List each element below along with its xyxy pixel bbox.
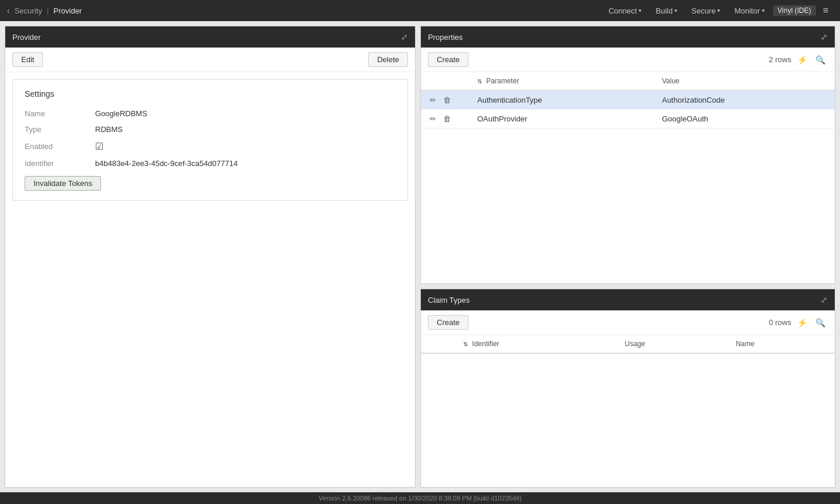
name-value: GoogleRDBMS bbox=[95, 109, 147, 118]
claim-types-rows-count: 0 rows bbox=[769, 318, 791, 327]
monitor-caret: ▾ bbox=[762, 8, 765, 13]
settings-section: Settings Name GoogleRDBMS Type RDBMS Ena… bbox=[12, 79, 408, 201]
name-label: Name bbox=[25, 109, 95, 118]
nav-menu: Connect ▾ Build ▾ Secure ▾ Monitor ▾ Vin… bbox=[603, 3, 833, 18]
connect-caret: ▾ bbox=[639, 8, 642, 13]
claim-types-toolbar: Create 0 rows ⚡ 🔍 bbox=[421, 310, 835, 335]
build-caret: ▾ bbox=[674, 8, 677, 13]
enabled-checkbox[interactable]: ☑ bbox=[95, 141, 103, 152]
delete-button[interactable]: Delete bbox=[368, 52, 408, 67]
provider-panel: Provider ⤢ Edit Delete Settings Name Goo… bbox=[5, 26, 416, 488]
claim-types-search-button[interactable]: 🔍 bbox=[813, 317, 828, 329]
row-actions: ✏ 🗑 bbox=[428, 95, 463, 105]
secure-caret: ▾ bbox=[717, 8, 720, 13]
properties-table: ⇅ Parameter Value ✏ 🗑 AuthenticationType… bbox=[421, 72, 835, 128]
parameter-cell: AuthenticationType bbox=[470, 90, 655, 110]
claim-types-create-button[interactable]: Create bbox=[428, 315, 468, 330]
provider-panel-header: Provider ⤢ bbox=[5, 26, 415, 48]
properties-panel: Properties ⤢ Create 2 rows ⚡ 🔍 bbox=[420, 26, 835, 284]
claim-types-filter-button[interactable]: ⚡ bbox=[795, 317, 809, 329]
breadcrumb: ‹ Security | Provider bbox=[7, 6, 82, 15]
properties-param-col-header: ⇅ Parameter bbox=[470, 72, 655, 90]
identifier-value: b4b483e4-2ee3-45dc-9cef-3ca54d077714 bbox=[95, 159, 238, 168]
value-cell: AuthorizationCode bbox=[655, 90, 835, 110]
claim-types-usage-col-header: Usage bbox=[618, 335, 728, 353]
edit-button[interactable]: Edit bbox=[12, 52, 43, 67]
table-row[interactable]: ✏ 🗑 OAuthProvider GoogleOAuth bbox=[421, 110, 835, 128]
claim-types-table: ⇅ Identifier Usage Name bbox=[421, 335, 835, 354]
properties-rows-info: 2 rows ⚡ 🔍 bbox=[769, 54, 828, 66]
breadcrumb-separator: | bbox=[47, 6, 49, 15]
settings-title: Settings bbox=[25, 89, 396, 99]
delete-row-button[interactable]: 🗑 bbox=[441, 114, 453, 124]
search-icon: 🔍 bbox=[815, 318, 825, 327]
invalidate-tokens-button[interactable]: Invalidate Tokens bbox=[25, 176, 101, 191]
edit-row-button[interactable]: ✏ bbox=[428, 114, 438, 124]
security-link[interactable]: Security bbox=[15, 6, 42, 15]
table-row[interactable]: ✏ 🗑 AuthenticationType AuthorizationCode bbox=[421, 90, 835, 110]
properties-toolbar: Create 2 rows ⚡ 🔍 bbox=[421, 48, 835, 72]
properties-panel-header: Properties ⤢ bbox=[421, 26, 835, 48]
footer-text: Version 2.6.20086 released on 1/30/2020 … bbox=[319, 495, 521, 502]
claim-types-rows-info: 0 rows ⚡ 🔍 bbox=[769, 317, 828, 329]
footer: Version 2.6.20086 released on 1/30/2020 … bbox=[0, 492, 840, 504]
properties-search-button[interactable]: 🔍 bbox=[813, 54, 828, 66]
type-label: Type bbox=[25, 125, 95, 134]
main-content: Provider ⤢ Edit Delete Settings Name Goo… bbox=[0, 21, 840, 492]
claim-types-table-header: ⇅ Identifier Usage Name bbox=[421, 335, 835, 353]
properties-filter-button[interactable]: ⚡ bbox=[795, 54, 809, 66]
properties-actions-col-header bbox=[421, 72, 470, 90]
identifier-label: Identifier bbox=[25, 159, 95, 168]
settings-row-type: Type RDBMS bbox=[25, 121, 396, 137]
sort-icon: ⇅ bbox=[463, 341, 468, 347]
search-icon: 🔍 bbox=[815, 55, 825, 65]
properties-rows-count: 2 rows bbox=[769, 55, 791, 64]
vinyl-ide-badge[interactable]: Vinyl (IDE) bbox=[773, 5, 816, 16]
claim-types-panel-title: Claim Types bbox=[428, 296, 470, 305]
top-nav: ‹ Security | Provider Connect ▾ Build ▾ … bbox=[0, 0, 840, 21]
claim-types-panel-header: Claim Types ⤢ bbox=[421, 289, 835, 310]
parameter-cell: OAuthProvider bbox=[470, 110, 655, 128]
edit-row-button[interactable]: ✏ bbox=[428, 95, 438, 105]
monitor-menu[interactable]: Monitor ▾ bbox=[728, 4, 770, 18]
hamburger-button[interactable]: ≡ bbox=[818, 3, 833, 18]
sort-icon: ⇅ bbox=[477, 78, 482, 84]
provider-panel-title: Provider bbox=[12, 33, 41, 42]
settings-row-enabled: Enabled ☑ bbox=[25, 137, 396, 155]
claim-types-expand-icon[interactable]: ⤢ bbox=[821, 295, 828, 305]
claim-types-actions-col-header bbox=[421, 335, 456, 353]
claim-types-name-col-header: Name bbox=[728, 335, 835, 353]
page-title: Provider bbox=[53, 6, 82, 15]
properties-value-col-header: Value bbox=[655, 72, 835, 90]
properties-panel-title: Properties bbox=[428, 33, 463, 42]
build-menu[interactable]: Build ▾ bbox=[650, 4, 683, 18]
secure-menu[interactable]: Secure ▾ bbox=[686, 4, 726, 18]
delete-row-button[interactable]: 🗑 bbox=[441, 95, 453, 105]
back-button[interactable]: ‹ bbox=[7, 6, 10, 15]
filter-icon: ⚡ bbox=[797, 55, 807, 65]
filter-icon: ⚡ bbox=[797, 318, 807, 327]
settings-row-identifier: Identifier b4b483e4-2ee3-45dc-9cef-3ca54… bbox=[25, 155, 396, 171]
value-cell: GoogleOAuth bbox=[655, 110, 835, 128]
properties-expand-icon[interactable]: ⤢ bbox=[821, 32, 828, 42]
claim-types-identifier-col-header: ⇅ Identifier bbox=[456, 335, 618, 353]
settings-row-name: Name GoogleRDBMS bbox=[25, 106, 396, 121]
properties-table-header: ⇅ Parameter Value bbox=[421, 72, 835, 90]
provider-toolbar: Edit Delete bbox=[5, 48, 415, 72]
row-actions: ✏ 🗑 bbox=[428, 114, 463, 124]
provider-expand-icon[interactable]: ⤢ bbox=[401, 32, 408, 42]
claim-types-panel: Claim Types ⤢ Create 0 rows ⚡ 🔍 bbox=[420, 289, 835, 488]
enabled-label: Enabled bbox=[25, 142, 95, 151]
connect-menu[interactable]: Connect ▾ bbox=[603, 4, 647, 18]
type-value: RDBMS bbox=[95, 125, 123, 134]
right-panel-container: Properties ⤢ Create 2 rows ⚡ 🔍 bbox=[420, 26, 835, 488]
properties-create-button[interactable]: Create bbox=[428, 52, 468, 67]
